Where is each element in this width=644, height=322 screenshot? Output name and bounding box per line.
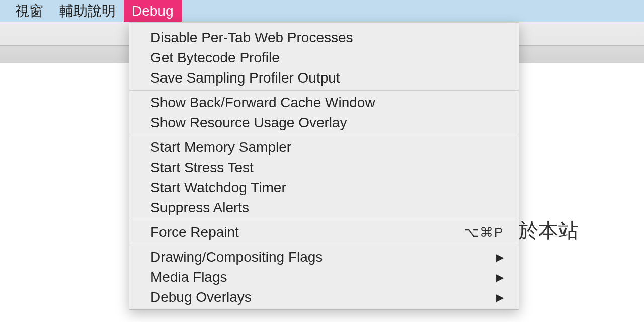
dropdown-group: Show Back/Forward Cache Window Show Reso… — [129, 91, 519, 135]
menu-item-label: Show Resource Usage Overlay — [150, 115, 347, 131]
menu-item-label: Start Memory Sampler — [150, 139, 291, 155]
menu-item-label: Save Sampling Profiler Output — [150, 70, 340, 86]
menubar-item-debug[interactable]: Debug — [124, 0, 182, 22]
menu-item-label: Media Flags — [150, 269, 227, 285]
menu-get-bytecode-profile[interactable]: Get Bytecode Profile — [129, 48, 519, 68]
menu-item-label: Start Stress Test — [150, 159, 254, 176]
dropdown-group: Force Repaint ⌥⌘P — [129, 220, 519, 245]
menu-item-label: Suppress Alerts — [150, 200, 249, 216]
menubar-item-help[interactable]: 輔助說明 — [51, 0, 124, 22]
menu-item-label: Show Back/Forward Cache Window — [150, 95, 375, 111]
menu-item-label: Disable Per-Tab Web Processes — [150, 30, 353, 46]
dropdown-group: Start Memory Sampler Start Stress Test S… — [129, 135, 519, 220]
menu-item-label: Force Repaint — [150, 224, 239, 240]
menu-force-repaint[interactable]: Force Repaint ⌥⌘P — [129, 222, 519, 243]
menu-show-back-forward-cache-window[interactable]: Show Back/Forward Cache Window — [129, 93, 519, 113]
menu-item-label: Debug Overlays — [150, 289, 252, 305]
menubar-item-window[interactable]: 視窗 — [7, 0, 51, 22]
page-text-fragment: 於本站 — [518, 217, 579, 245]
menu-debug-overlays[interactable]: Debug Overlays ▶ — [129, 287, 519, 307]
dropdown-group: Disable Per-Tab Web Processes Get Byteco… — [129, 26, 519, 91]
menu-start-watchdog-timer[interactable]: Start Watchdog Timer — [129, 178, 519, 198]
menu-suppress-alerts[interactable]: Suppress Alerts — [129, 198, 519, 218]
menu-item-label: Drawing/Compositing Flags — [150, 249, 323, 265]
menu-item-shortcut: ⌥⌘P — [464, 225, 504, 240]
menu-item-label: Start Watchdog Timer — [150, 180, 286, 196]
menu-start-memory-sampler[interactable]: Start Memory Sampler — [129, 137, 519, 157]
debug-dropdown: Disable Per-Tab Web Processes Get Byteco… — [129, 22, 519, 310]
menu-media-flags[interactable]: Media Flags ▶ — [129, 267, 519, 287]
menu-disable-per-tab-web-processes[interactable]: Disable Per-Tab Web Processes — [129, 28, 519, 48]
menu-item-label: Get Bytecode Profile — [150, 50, 280, 66]
submenu-arrow-icon: ▶ — [496, 291, 504, 303]
menu-drawing-compositing-flags[interactable]: Drawing/Compositing Flags ▶ — [129, 247, 519, 267]
submenu-arrow-icon: ▶ — [496, 271, 504, 283]
menu-start-stress-test[interactable]: Start Stress Test — [129, 157, 519, 178]
menubar: 視窗 輔助說明 Debug — [0, 0, 644, 22]
menu-save-sampling-profiler-output[interactable]: Save Sampling Profiler Output — [129, 68, 519, 88]
submenu-arrow-icon: ▶ — [496, 251, 504, 263]
menu-show-resource-usage-overlay[interactable]: Show Resource Usage Overlay — [129, 113, 519, 133]
dropdown-group: Drawing/Compositing Flags ▶ Media Flags … — [129, 245, 519, 309]
